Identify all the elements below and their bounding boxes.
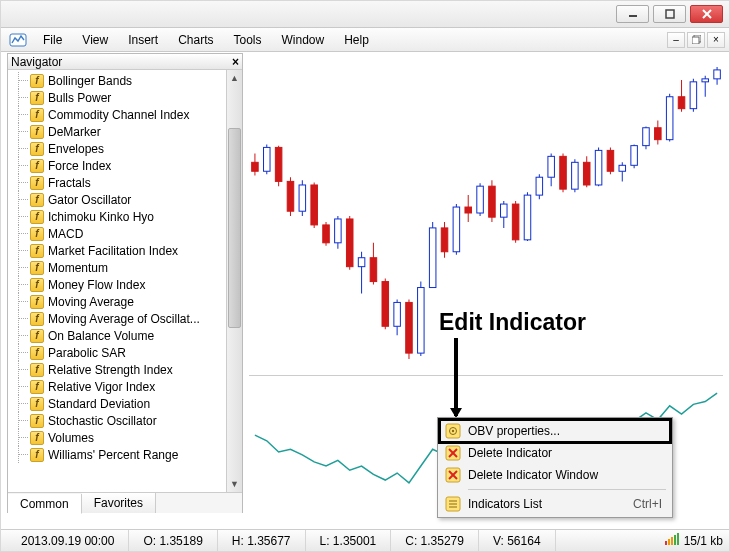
function-icon bbox=[30, 108, 44, 122]
indicator-item[interactable]: Standard Deviation bbox=[8, 395, 226, 412]
gear-icon bbox=[444, 422, 462, 440]
indicator-item[interactable]: Force Index bbox=[8, 157, 226, 174]
navigator-scrollbar[interactable]: ▲ ▼ bbox=[226, 70, 242, 492]
indicator-item[interactable]: Parabolic SAR bbox=[8, 344, 226, 361]
indicator-label: Momentum bbox=[48, 261, 108, 275]
indicator-item[interactable]: Commodity Channel Index bbox=[8, 106, 226, 123]
svg-rect-10 bbox=[264, 147, 271, 171]
scroll-up-icon[interactable]: ▲ bbox=[227, 70, 242, 86]
indicator-label: Envelopes bbox=[48, 142, 104, 156]
svg-rect-74 bbox=[643, 128, 650, 146]
connection-bars-icon bbox=[665, 533, 680, 548]
tab-label: Favorites bbox=[94, 496, 143, 510]
indicator-item[interactable]: Volumes bbox=[8, 429, 226, 446]
tab-label: Common bbox=[20, 497, 69, 511]
svg-rect-20 bbox=[323, 225, 330, 243]
function-icon bbox=[30, 125, 44, 139]
indicator-item[interactable]: Money Flow Index bbox=[8, 276, 226, 293]
indicator-item[interactable]: Stochastic Oscillator bbox=[8, 412, 226, 429]
indicator-item[interactable]: Moving Average of Oscillat... bbox=[8, 310, 226, 327]
navigator-close-button[interactable]: × bbox=[232, 55, 239, 69]
svg-rect-24 bbox=[346, 219, 353, 267]
svg-rect-56 bbox=[536, 177, 543, 195]
menu-charts[interactable]: Charts bbox=[168, 30, 223, 50]
ctx-delete-indicator-window[interactable]: Delete Indicator Window bbox=[440, 464, 670, 486]
function-icon bbox=[30, 278, 44, 292]
indicator-label: On Balance Volume bbox=[48, 329, 154, 343]
maximize-button[interactable] bbox=[653, 5, 686, 23]
indicator-item[interactable]: MACD bbox=[8, 225, 226, 242]
indicator-label: Bollinger Bands bbox=[48, 74, 132, 88]
svg-rect-64 bbox=[583, 162, 590, 185]
ctx-item-label: OBV properties... bbox=[468, 424, 560, 438]
scroll-down-icon[interactable]: ▼ bbox=[227, 476, 242, 492]
indicator-label: DeMarker bbox=[48, 125, 101, 139]
indicator-item[interactable]: Gator Oscillator bbox=[8, 191, 226, 208]
indicator-item[interactable]: Relative Strength Index bbox=[8, 361, 226, 378]
status-close: C: 1.35279 bbox=[391, 530, 479, 551]
mdi-close-button[interactable]: × bbox=[707, 32, 725, 48]
ctx-separator bbox=[468, 489, 666, 490]
indicator-item[interactable]: Momentum bbox=[8, 259, 226, 276]
indicator-item[interactable]: DeMarker bbox=[8, 123, 226, 140]
indicator-item[interactable]: Ichimoku Kinko Hyo bbox=[8, 208, 226, 225]
ctx-indicators-list[interactable]: Indicators List Ctrl+I bbox=[440, 493, 670, 515]
indicator-label: MACD bbox=[48, 227, 83, 241]
svg-rect-78 bbox=[666, 97, 673, 140]
indicator-label: Stochastic Oscillator bbox=[48, 414, 157, 428]
indicator-item[interactable]: Bulls Power bbox=[8, 89, 226, 106]
indicator-item[interactable]: Moving Average bbox=[8, 293, 226, 310]
list-icon bbox=[444, 495, 462, 513]
svg-rect-52 bbox=[512, 204, 519, 240]
menu-file[interactable]: File bbox=[33, 30, 72, 50]
tab-favorites[interactable]: Favorites bbox=[82, 493, 156, 513]
svg-rect-40 bbox=[441, 228, 448, 252]
navigator-panel: Navigator × Bollinger BandsBulls PowerCo… bbox=[7, 53, 243, 513]
close-button[interactable] bbox=[690, 5, 723, 23]
ctx-obv-properties[interactable]: OBV properties... bbox=[440, 420, 670, 442]
indicator-item[interactable]: On Balance Volume bbox=[8, 327, 226, 344]
svg-rect-48 bbox=[489, 186, 496, 217]
indicator-label: Ichimoku Kinko Hyo bbox=[48, 210, 154, 224]
menu-help[interactable]: Help bbox=[334, 30, 379, 50]
function-icon bbox=[30, 346, 44, 360]
svg-point-89 bbox=[452, 430, 454, 432]
indicator-item[interactable]: Williams' Percent Range bbox=[8, 446, 226, 463]
menu-view[interactable]: View bbox=[72, 30, 118, 50]
svg-rect-60 bbox=[560, 156, 567, 189]
function-icon bbox=[30, 363, 44, 377]
context-menu: OBV properties... Delete Indicator Delet… bbox=[437, 417, 673, 518]
mdi-restore-button[interactable] bbox=[687, 32, 705, 48]
indicator-label: Relative Strength Index bbox=[48, 363, 173, 377]
delete-window-icon bbox=[444, 466, 462, 484]
function-icon bbox=[30, 414, 44, 428]
indicator-label: Fractals bbox=[48, 176, 91, 190]
ctx-delete-indicator[interactable]: Delete Indicator bbox=[440, 442, 670, 464]
function-icon bbox=[30, 380, 44, 394]
minimize-button[interactable] bbox=[616, 5, 649, 23]
menu-insert[interactable]: Insert bbox=[118, 30, 168, 50]
svg-rect-70 bbox=[619, 165, 626, 171]
indicator-item[interactable]: Bollinger Bands bbox=[8, 72, 226, 89]
mdi-minimize-button[interactable]: – bbox=[667, 32, 685, 48]
svg-rect-86 bbox=[714, 70, 721, 79]
mdi-controls: – × bbox=[667, 32, 729, 48]
indicator-label: Gator Oscillator bbox=[48, 193, 131, 207]
svg-rect-44 bbox=[465, 207, 472, 213]
navigator-tabs: Common Favorites bbox=[8, 492, 242, 513]
indicator-item[interactable]: Fractals bbox=[8, 174, 226, 191]
svg-rect-34 bbox=[406, 302, 413, 353]
indicator-item[interactable]: Relative Vigor Index bbox=[8, 378, 226, 395]
function-icon bbox=[30, 261, 44, 275]
indicator-item[interactable]: Market Facilitation Index bbox=[8, 242, 226, 259]
menu-bar: FileViewInsertChartsToolsWindowHelp – × bbox=[1, 28, 729, 52]
indicator-item[interactable]: Envelopes bbox=[8, 140, 226, 157]
svg-rect-32 bbox=[394, 302, 401, 326]
svg-rect-16 bbox=[299, 185, 306, 211]
scroll-thumb[interactable] bbox=[228, 128, 241, 328]
menu-tools[interactable]: Tools bbox=[224, 30, 272, 50]
tab-common[interactable]: Common bbox=[8, 494, 82, 514]
menu-window[interactable]: Window bbox=[272, 30, 335, 50]
indicator-label: Money Flow Index bbox=[48, 278, 145, 292]
svg-rect-68 bbox=[607, 150, 614, 171]
